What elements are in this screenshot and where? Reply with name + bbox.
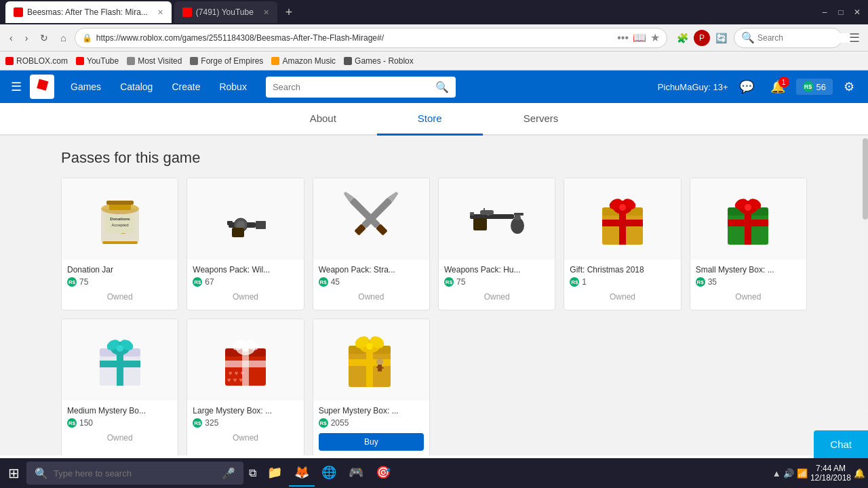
item-card-weapons-pack3[interactable]: Weapons Pack: Hu... R$ 75 Owned [438, 178, 555, 310]
tab-close-yt[interactable]: ✕ [263, 8, 269, 17]
tab-title-yt: (7491) YouTube [196, 7, 254, 17]
roblox-logo [30, 75, 54, 99]
item-card-medium-mystery[interactable]: Medium Mystery Bo... R$ 150 Owned [61, 319, 178, 455]
robux-icon-small-9: R$ [319, 418, 328, 428]
reader-icon: 📖 [633, 31, 646, 44]
item-card-weapons-pack1[interactable]: Weapons Pack: Wil... R$ 67 Owned [186, 178, 304, 310]
bookmark-mv-icon [127, 57, 135, 65]
svg-rect-11 [106, 201, 134, 205]
menu-button[interactable]: ☰ [846, 28, 863, 48]
chat-nav-button[interactable]: 💬 [734, 77, 760, 97]
svg-rect-70 [349, 359, 391, 366]
item-card-large-mystery[interactable]: ♥ ♥ ♥ ♥ ♥ ♥ Large Mystery Box: ... R$ 32… [186, 319, 304, 455]
item-name-gift-christmas: Gift: Christmas 2018 [570, 265, 675, 274]
notification-center-button[interactable]: 🔔 [854, 468, 865, 479]
item-card-donation-jar[interactable]: Donations Accepted Donation Jar R$ 75 Ow… [61, 178, 178, 310]
bookmark-icon[interactable]: ★ [650, 31, 660, 44]
lock-icon: 🔒 [82, 33, 92, 43]
tab-close-roblox[interactable]: ✕ [157, 8, 163, 17]
bookmark-foe[interactable]: Forge of Empires [190, 56, 263, 66]
svg-point-75 [376, 359, 383, 365]
svg-point-32 [514, 215, 521, 220]
tab-youtube[interactable]: (7491) YouTube ✕ [174, 1, 277, 23]
nav-create[interactable]: Create [163, 76, 208, 98]
taskbar-search-input[interactable] [54, 468, 216, 479]
item-price-super-mystery: R$ 2055 [319, 418, 424, 428]
taskbar-time: 7:44 AM 12/18/2018 [810, 464, 851, 483]
notifications-button[interactable]: 🔔 1 [765, 77, 791, 97]
buy-button-super-mystery[interactable]: Buy [319, 433, 424, 451]
gift-christmas-svg [592, 187, 653, 251]
extensions-button[interactable]: 🧩 [674, 30, 691, 46]
svg-text:Accepted: Accepted [111, 223, 128, 227]
taskbar-search-icon: 🔍 [35, 467, 48, 480]
donation-jar-svg: Donations Accepted [93, 188, 147, 249]
price-value-gift-christmas: 1 [582, 277, 587, 287]
tab-servers[interactable]: Servers [483, 103, 599, 136]
robux-icon-small-3: R$ [319, 277, 328, 287]
chat-button[interactable]: Chat [814, 430, 868, 458]
item-name-large-mystery: Large Mystery Box: ... [193, 406, 298, 415]
robux-icon-small: R$ [67, 277, 77, 287]
section-title: Passes for this game [61, 149, 807, 167]
address-input[interactable] [96, 33, 613, 43]
bookmark-yt-label: YouTube [87, 56, 119, 66]
close-button[interactable]: ✕ [852, 7, 863, 18]
new-tab-button[interactable]: + [280, 5, 298, 20]
nav-robux[interactable]: Robux [211, 76, 254, 98]
settings-button[interactable]: ⚙ [838, 77, 860, 97]
nav-games[interactable]: Games [62, 76, 109, 98]
tab-about[interactable]: About [269, 103, 377, 136]
profile-button[interactable]: P [694, 30, 710, 46]
roblox-search-input[interactable] [273, 82, 431, 92]
item-info-donation-jar: Donation Jar R$ 75 Owned [62, 260, 178, 310]
bookmark-amazon[interactable]: Amazon Music [271, 56, 336, 66]
bookmark-roblox[interactable]: ROBLOX.com [5, 56, 68, 66]
sync-button[interactable]: 🔄 [713, 30, 730, 46]
item-card-weapons-pack2[interactable]: Weapon Pack: Stra... R$ 45 Owned [313, 178, 430, 310]
item-price-large-mystery: R$ 325 [193, 418, 298, 428]
svg-rect-36 [602, 220, 643, 226]
search-icon: 🔍 [741, 31, 755, 44]
reload-button[interactable]: ↻ [36, 30, 52, 46]
nav-username: PichuMaGuy: 13+ [658, 82, 728, 92]
hamburger-button[interactable]: ☰ [8, 77, 24, 97]
maximize-button[interactable]: □ [835, 7, 846, 18]
tab-store[interactable]: Store [377, 103, 483, 136]
taskbar-firefox[interactable]: 🦊 [289, 460, 315, 487]
back-button[interactable]: ‹ [5, 30, 17, 46]
taskbar-ie[interactable]: 🌐 [316, 460, 342, 487]
task-view-button[interactable]: ⧉ [245, 464, 260, 482]
bookmark-most-visited[interactable]: Most Visited [127, 56, 182, 66]
item-info-weapons-pack1: Weapons Pack: Wil... R$ 67 Owned [187, 260, 303, 310]
taskbar-explorer[interactable]: 📁 [262, 460, 288, 487]
item-info-medium-mystery: Medium Mystery Bo... R$ 150 Owned [62, 401, 178, 451]
scrollbar-thumb[interactable] [863, 138, 868, 220]
forward-button[interactable]: › [21, 30, 33, 46]
bookmark-youtube[interactable]: YouTube [76, 56, 119, 66]
taskbar-steam[interactable]: 🎮 [343, 460, 369, 487]
item-status-weapons-pack1: Owned [193, 289, 298, 304]
item-card-gift-christmas[interactable]: Gift: Christmas 2018 R$ 1 Owned [564, 178, 681, 310]
taskbar-app2[interactable]: 🎯 [370, 460, 396, 487]
small-mystery-svg [717, 187, 778, 251]
start-button[interactable]: ⊞ [3, 462, 25, 484]
minimize-button[interactable]: – [819, 7, 830, 18]
price-value-donation-jar: 75 [79, 277, 88, 287]
item-name-super-mystery: Super Mystery Box: ... [319, 406, 424, 415]
bookmark-games[interactable]: Games - Roblox [344, 56, 414, 66]
roblox-nav: ☰ Games Catalog Create Robux 🔍 PichuMaGu… [0, 70, 868, 103]
weapons-pack1-svg [215, 188, 276, 249]
tab-roblox[interactable]: Beesmas: After The Flash: Mira... ✕ [5, 1, 172, 23]
item-card-small-mystery[interactable]: Small Mystery Box: ... R$ 35 Owned [690, 178, 807, 310]
nav-catalog[interactable]: Catalog [112, 76, 161, 98]
roblox-nav-links: Games Catalog Create Robux [62, 76, 255, 98]
home-button[interactable]: ⌂ [56, 30, 70, 46]
svg-rect-62 [225, 361, 266, 367]
taskbar-date-value: 12/18/2018 [810, 473, 851, 483]
weapons-pack2-svg [340, 188, 401, 249]
browser-search-input[interactable] [757, 33, 859, 43]
robux-icon-small-6: R$ [696, 277, 705, 287]
item-name-weapons-pack1: Weapons Pack: Wil... [193, 265, 298, 274]
item-card-super-mystery[interactable]: Super Mystery Box: ... R$ 2055 Buy [313, 319, 430, 455]
